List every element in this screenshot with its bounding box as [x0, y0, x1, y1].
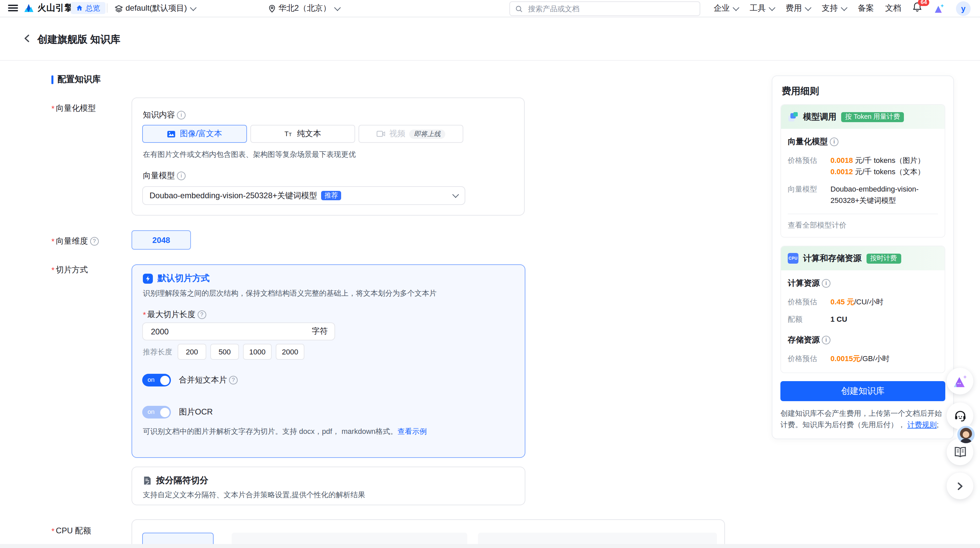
required-star: *: [51, 265, 54, 275]
collapse-panel-fab[interactable]: [947, 473, 973, 499]
compute-quota-row: 配额 1 CU: [788, 314, 938, 325]
global-search[interactable]: [509, 2, 700, 16]
vector-model-select[interactable]: Doubao-embedding-vision-250328+关键词模型 推荐: [142, 186, 465, 205]
view-all-model-pricing-link[interactable]: 查看全部模型计价: [788, 214, 938, 230]
recommended-length-label: 推荐长度: [143, 347, 172, 357]
nav-menu-support[interactable]: 支持: [822, 3, 846, 14]
chevron-down-icon: [452, 191, 459, 198]
hamburger-menu-icon[interactable]: [8, 5, 18, 12]
content-type-helper: 在有图片文件或文档内包含图表、架构图等复杂场景最下表现更优: [143, 149, 356, 159]
info-icon[interactable]: i: [177, 111, 186, 119]
horizontal-scrollbar-track[interactable]: [0, 544, 980, 548]
question-icon[interactable]: ?: [229, 376, 238, 384]
video-icon: [377, 130, 385, 138]
volcano-logo-icon: [24, 3, 35, 13]
nav-menu-billing[interactable]: 费用: [786, 3, 810, 14]
image-ocr-toggle[interactable]: on: [142, 406, 171, 418]
nav-menu-label: 费用: [786, 3, 802, 14]
ai-assistant-icon[interactable]: [933, 3, 945, 14]
info-icon[interactable]: i: [177, 172, 186, 180]
project-selector-label: default(默认项目): [126, 3, 187, 14]
compute-price-row: 价格预估 0.45 元/CU/小时: [788, 296, 938, 308]
chevron-down-icon: [190, 4, 197, 11]
region-selector[interactable]: 华北2（北京）: [268, 3, 339, 14]
cost-panel-title: 费用细则: [782, 86, 945, 97]
length-option-2000[interactable]: 2000: [276, 344, 304, 360]
length-option-200[interactable]: 200: [178, 344, 206, 360]
info-icon[interactable]: i: [830, 138, 838, 146]
brand-logo[interactable]: 火山引擎: [24, 2, 73, 14]
nav-overview-button[interactable]: 总览: [71, 2, 105, 14]
max-slice-length-input[interactable]: [150, 326, 312, 337]
nav-overview-label: 总览: [86, 3, 100, 13]
tab-plain-text[interactable]: T T 纯文本: [250, 125, 355, 143]
nav-menu-docs[interactable]: 文档: [885, 3, 901, 14]
cost-detail-panel: 费用细则 模型调用 按 Token 用量计费 向量化模型 i 价格预估: [772, 75, 954, 439]
toggle-on-label: on: [148, 408, 154, 415]
question-icon[interactable]: ?: [197, 310, 206, 319]
required-star: *: [51, 104, 54, 113]
tab-video: 视频 即将上线: [358, 125, 463, 143]
storage-price-row: 价格预估 0.0015元/GB/小时: [788, 353, 938, 364]
price-estimate-row: 价格预估 0.0018 元/千 tokens（图片） 0.0012 元/千 to…: [788, 155, 938, 178]
nav-menu-label: 工具: [750, 3, 766, 14]
recommended-length-row: 推荐长度 200 500 1000 2000: [143, 344, 309, 360]
nav-menu-icp[interactable]: 备案: [858, 3, 874, 14]
separator-slicing-desc: 支持自定义文本分隔符、文本片合并策略设置,提供个性化的解析结果: [143, 490, 365, 500]
section-title-text: 配置知识库: [57, 73, 101, 86]
section-accent-bar: [51, 75, 53, 84]
page-header: 创建旗舰版 知识库: [0, 17, 980, 61]
support-agent-avatar[interactable]: [956, 424, 976, 445]
compute-resource-subtitle: 计算资源 i: [788, 278, 938, 289]
merge-short-chunks-row: on 合并短文本片 ?: [142, 374, 238, 386]
dimension-option-2048[interactable]: 2048: [132, 230, 191, 249]
vector-model-row: 向量模型 Doubao-embedding-vision-250328+关键词模…: [788, 184, 938, 206]
toggle-on-label: on: [148, 376, 154, 383]
embedding-model-subtitle: 向量化模型 i: [788, 136, 938, 148]
content-type-tabs: 图像/富文本 T T 纯文本 视频 即将上线: [142, 125, 463, 143]
info-icon[interactable]: i: [822, 279, 830, 288]
billing-rules-link[interactable]: 计费规则: [907, 421, 937, 429]
layers-icon: [115, 4, 123, 12]
user-avatar[interactable]: y: [956, 1, 970, 16]
image-ocr-label: 图片OCR: [179, 407, 213, 418]
page-title: 创建旗舰版 知识库: [37, 33, 120, 46]
chevron-down-icon: [841, 4, 848, 11]
question-icon[interactable]: ?: [90, 237, 99, 246]
max-slice-length-field: 字符: [142, 322, 335, 340]
back-button[interactable]: [23, 34, 31, 43]
compute-storage-title: 计算和存储资源: [803, 253, 862, 264]
separator-slicing-card[interactable]: 按分隔符切分 支持自定义文本分隔符、文本片合并策略设置,提供个性化的解析结果: [132, 467, 525, 505]
required-star: *: [51, 526, 54, 536]
nav-menu-label: 文档: [885, 3, 901, 14]
project-selector[interactable]: default(默认项目): [115, 3, 196, 14]
page: 火山引擎 总览 default(默认项目) 华北2（北京）: [0, 0, 980, 548]
field-label-cpu-quota: * CPU 配额: [51, 525, 91, 537]
nav-menu-tools[interactable]: 工具: [750, 3, 775, 14]
nav-menu-enterprise[interactable]: 企业: [714, 3, 738, 14]
model-invocation-header: 模型调用 按 Token 用量计费: [781, 105, 945, 129]
ai-slice-icon: [143, 273, 153, 283]
compute-storage-header: CPU 计算和存储资源 按时计费: [781, 246, 945, 270]
length-option-1000[interactable]: 1000: [243, 344, 272, 360]
field-label-embedding-model: * 向量化模型: [51, 103, 96, 114]
ai-assistant-fab[interactable]: [947, 368, 973, 394]
view-example-link[interactable]: 查看示例: [398, 427, 427, 435]
ai-mountain-icon: [953, 374, 967, 388]
svg-text:T: T: [289, 132, 292, 137]
notifications-button[interactable]: 64: [913, 2, 922, 15]
default-slicing-title: 默认切片方式: [158, 272, 210, 284]
max-slice-length-label: * 最大切片长度 ?: [143, 309, 206, 320]
tab-image-richtext[interactable]: 图像/富文本: [142, 125, 247, 143]
cost-panel-footer: 创建知识库不会产生费用，上传第一个文档后开始计费。知识库为后付费（先用后付）， …: [780, 408, 945, 430]
info-icon[interactable]: i: [822, 336, 830, 345]
knowledge-content-label: 知识内容 i: [143, 110, 186, 121]
avatar-face: [963, 431, 969, 438]
chevron-down-icon: [334, 4, 340, 11]
search-input[interactable]: [527, 4, 694, 13]
default-slicing-card[interactable]: 默认切片方式 识别理解段落之间的层次结构，保持文档结构语义完整的基础上，将文本划…: [132, 264, 525, 458]
price-estimate-label: 价格预估: [788, 155, 830, 178]
length-option-500[interactable]: 500: [210, 344, 239, 360]
create-knowledge-base-button[interactable]: 创建知识库: [780, 381, 945, 401]
merge-short-chunks-toggle[interactable]: on: [142, 374, 171, 386]
